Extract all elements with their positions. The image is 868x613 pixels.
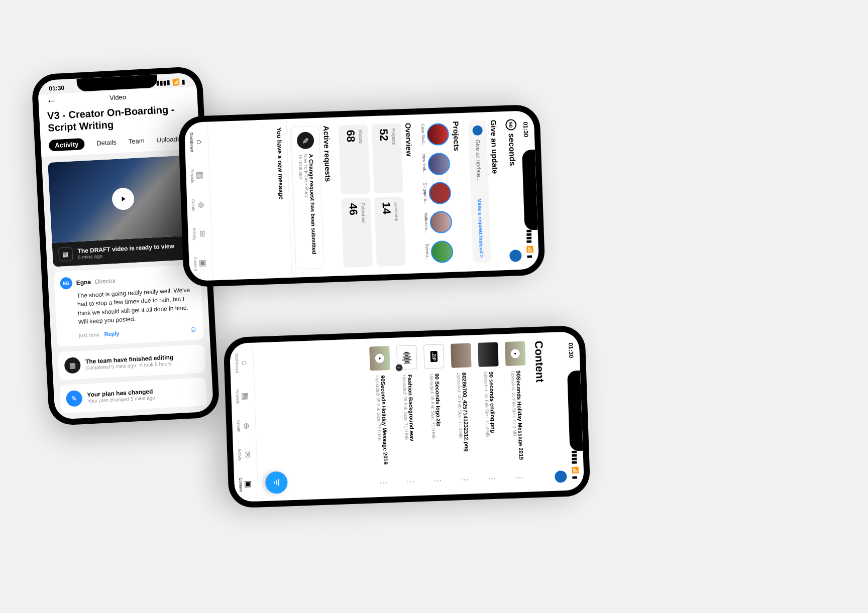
profile-avatar[interactable] — [555, 470, 567, 483]
battery-icon: ▮ — [182, 78, 186, 85]
more-icon[interactable]: ⋮ — [379, 476, 389, 489]
file-thumb-image — [478, 342, 499, 367]
tab-details[interactable]: Details — [96, 139, 117, 147]
topbar-title: Video — [110, 93, 127, 102]
reel-icon: ▦ — [58, 247, 73, 262]
file-thumb-video — [369, 346, 390, 371]
plan-status-card[interactable]: ✎ Your plan has changed Your plan change… — [59, 378, 207, 413]
avatar: EG — [60, 277, 72, 290]
editing-status-card[interactable]: ▦ The team have finished editing Complet… — [58, 344, 206, 380]
play-icon — [510, 349, 520, 358]
file-row[interactable]: .ZIP 90 Seconds logo.zipUploaded: 05 Feb… — [420, 342, 452, 489]
request-link[interactable]: Make a request instead > — [477, 198, 485, 258]
play-icon[interactable] — [112, 187, 135, 210]
file-thumb-video — [505, 341, 526, 366]
file-thumb-audio: ↓ — [396, 345, 417, 370]
wifi-icon: 📶 — [172, 78, 180, 86]
request-icon: ✎ — [297, 132, 314, 149]
signal-icon: ▮▮▮▮ — [156, 79, 171, 86]
waveform-icon — [402, 351, 411, 363]
chat-icon: ✉ — [197, 230, 207, 237]
file-row[interactable]: 90Seconds Holiday Message 2019Uploaded: … — [502, 339, 533, 487]
notch — [567, 371, 583, 451]
play-icon — [375, 354, 385, 363]
update-composer[interactable]: Give an update... Make a request instead… — [468, 120, 491, 263]
update-heading: Give an update — [489, 119, 503, 262]
wifi-icon: 📶 — [572, 466, 579, 473]
nav-create[interactable]: ⊕Create — [191, 199, 206, 211]
nav-projects[interactable]: ▦Projects — [190, 168, 205, 183]
project-item[interactable]: Event a... — [424, 238, 454, 265]
brand: 90 seconds — [505, 119, 518, 166]
overview-heading: Overview — [404, 122, 417, 265]
home-icon: ⌂ — [195, 140, 204, 145]
commenter-role: Director — [95, 277, 117, 285]
project-item[interactable]: Singapore... — [422, 180, 452, 206]
chat-icon: ✉ — [243, 451, 252, 458]
status-time: 01:30 — [567, 342, 575, 358]
back-button[interactable]: ← — [46, 95, 57, 107]
profile-avatar[interactable] — [509, 250, 522, 262]
file-row[interactable]: 60286700_4257141232312.pngUploaded: 05 F… — [448, 341, 479, 488]
signal-icon: ▮▮▮▮ — [526, 229, 533, 243]
comment-card: EG Egna Director The shoot is going real… — [54, 264, 204, 347]
file-thumb-image — [451, 343, 472, 367]
battery-icon: ▮ — [526, 255, 533, 258]
file-thumb-zip: .ZIP — [423, 344, 445, 369]
phone-content: 01:30 ▮▮▮▮ 📶 ▮ Content 90Seconds Holiday… — [223, 325, 590, 509]
home-icon: ⌂ — [240, 360, 249, 365]
stat-card: Shoots68 — [339, 124, 370, 194]
wifi-icon: 📶 — [526, 245, 534, 253]
nav-projects[interactable]: ▦Projects — [235, 389, 251, 404]
plus-icon: ⊕ — [196, 202, 206, 209]
more-icon[interactable]: ⋮ — [433, 475, 444, 487]
active-requests-heading: Active requests — [322, 126, 336, 268]
status-time: 01:30 — [522, 121, 529, 137]
reply-button[interactable]: Reply — [104, 330, 120, 337]
brand-text: seconds — [507, 133, 517, 166]
file-row[interactable]: ↓ Fashion Background.wavUploaded: 05 Feb… — [393, 343, 424, 491]
file-list: 90Seconds Holiday Message 2019Uploaded: … — [253, 333, 533, 502]
nav-create[interactable]: ⊕Create — [236, 420, 252, 432]
more-icon[interactable]: ⋮ — [488, 473, 498, 485]
nav-content[interactable]: ▣Content — [238, 477, 254, 492]
tab-team[interactable]: Team — [128, 137, 145, 146]
nav-dashboard[interactable]: ⌂Dashboard — [188, 132, 204, 152]
emoji-button[interactable]: ☺ — [189, 324, 197, 334]
editing-icon: ▦ — [64, 357, 81, 374]
project-item[interactable]: Multi-loca... — [423, 209, 453, 235]
signal-icon: ▮▮▮▮ — [571, 450, 579, 464]
comment-time: just now — [79, 331, 99, 338]
notch — [522, 150, 538, 230]
projects-row[interactable]: Case Stud... New York... Singapore... Mu… — [420, 121, 454, 265]
more-icon[interactable]: ⋮ — [461, 474, 471, 486]
request-card[interactable]: ✎ A Change request has been submitted Ne… — [291, 126, 324, 270]
nav-content[interactable]: ▣Content — [193, 256, 208, 271]
mini-avatar — [472, 126, 483, 136]
brand-logo-icon: 90 — [505, 119, 517, 131]
battery-icon: ▮ — [572, 475, 579, 479]
projects-icon: ▦ — [241, 393, 251, 401]
stat-card: Locations14 — [374, 196, 406, 267]
nav-activity[interactable]: ✉Activity — [237, 448, 253, 461]
nav-dashboard[interactable]: ⌂Dashboard — [234, 353, 249, 373]
stat-card: Published46 — [341, 197, 373, 268]
comment-body: The shoot is going really really well. W… — [77, 286, 197, 327]
nav-activity[interactable]: ✉Activity — [192, 227, 207, 240]
phone-dashboard: 01:30 ▮▮▮▮ 📶 ▮ 90 seconds Give an update… — [178, 104, 545, 288]
project-item[interactable]: New York... — [421, 151, 451, 177]
tab-activity[interactable]: Activity — [49, 138, 85, 152]
tab-uploads[interactable]: Uploads — [156, 135, 180, 144]
project-item[interactable]: Case Stud... — [420, 121, 450, 148]
video-thumbnail[interactable] — [48, 155, 198, 243]
more-icon[interactable]: ⋮ — [406, 475, 416, 488]
more-icon[interactable]: ⋮ — [514, 472, 524, 484]
video-card[interactable]: ▦ The DRAFT video is ready to view 5 min… — [48, 155, 199, 267]
projects-icon: ▦ — [195, 172, 205, 180]
commenter-name: Egna — [76, 279, 91, 287]
navbar: ⌂Dashboard ▦Projects ⊕Create ✉Activity ▣… — [184, 122, 213, 281]
file-row[interactable]: 90Seconds Holiday Message 2019Uploaded: … — [366, 344, 397, 492]
status-time: 01:30 — [49, 84, 64, 92]
projects-heading: Projects — [452, 121, 465, 264]
file-row[interactable]: 90 seconds ending.pngUploaded: 05 Feb Si… — [475, 340, 506, 487]
